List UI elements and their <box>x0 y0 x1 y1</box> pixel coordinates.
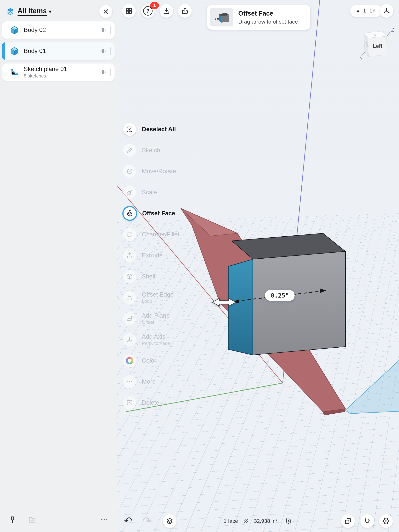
isolate-layers-button[interactable] <box>163 514 176 528</box>
list-item-sketch-plane-01[interactable]: Sketch plane 01 8 sketches <box>2 63 115 81</box>
tool-sublabel: Offset <box>142 320 170 325</box>
color-icon <box>126 357 133 364</box>
tool-label: Move/Rotate <box>142 168 176 175</box>
folder-plus-icon <box>28 516 36 524</box>
tool-more[interactable]: More <box>122 371 180 392</box>
undo-button[interactable]: ↶ <box>124 516 133 526</box>
selection-area: 32.938 in² <box>254 518 277 524</box>
settings-button[interactable]: ⚙ <box>379 514 393 528</box>
sidebar-header: All Items ▾ × <box>0 0 117 21</box>
tool-deselect-all[interactable]: Deselect All <box>122 119 180 140</box>
tool-sublabel: Perp. to Face <box>142 341 170 346</box>
body-cube-icon <box>10 25 19 35</box>
materials-button[interactable] <box>341 514 355 528</box>
offset-face-thumbnail-icon <box>210 8 233 26</box>
more-icon <box>126 378 133 385</box>
tool-label: Sketch <box>142 147 160 154</box>
sidebar-more-button[interactable] <box>99 513 110 526</box>
item-label: Sketch plane 01 <box>24 66 67 72</box>
offset-face-icon <box>126 210 134 217</box>
chevron-down-icon[interactable]: ▾ <box>49 8 51 15</box>
tool-scale[interactable]: Scale <box>122 182 180 203</box>
tool-sublabel: Loop <box>142 298 174 304</box>
tool-shell[interactable]: Shell <box>122 266 180 287</box>
item-divider <box>110 47 111 55</box>
units-label: # 1 in <box>357 8 376 14</box>
visibility-eye-icon[interactable] <box>99 27 107 33</box>
tool-label: Offset Edge <box>142 291 174 298</box>
orientation-button[interactable] <box>380 4 393 18</box>
tool-label: Chamfer/Fillet <box>142 231 180 238</box>
pin-icon <box>8 516 17 524</box>
selection-count: 1 face <box>224 518 238 524</box>
materials-icon <box>344 517 352 525</box>
tool-label: Offset Face <box>142 210 175 217</box>
add-plane-icon <box>126 315 133 322</box>
tool-label: Shell <box>142 273 155 280</box>
tool-label: Scale <box>142 189 157 196</box>
export-icon <box>181 7 189 15</box>
units-button[interactable]: # 1 in <box>350 5 382 17</box>
offset-edge-icon <box>126 294 133 301</box>
sketch-plane-icon <box>10 67 19 77</box>
tool-add-axis[interactable]: Add Axis Perp. to Face <box>122 329 180 350</box>
redo-button[interactable]: ↷ <box>143 516 151 526</box>
tool-label: Delete <box>142 399 159 406</box>
visibility-eye-icon[interactable] <box>99 69 107 75</box>
tool-label: More <box>142 378 156 385</box>
selection-status-bar: 1 face 32.938 in² <box>224 514 292 528</box>
more-dots-icon <box>100 515 109 524</box>
tool-info-thumbnail <box>210 8 233 26</box>
help-button[interactable]: ? 1 <box>141 4 155 18</box>
add-axis-icon <box>126 336 133 343</box>
scale-icon <box>126 189 133 196</box>
help-badge: 1 <box>150 2 159 9</box>
orientation-icon <box>383 7 390 15</box>
apps-grid-icon <box>125 7 133 15</box>
apps-grid-button[interactable] <box>122 4 136 18</box>
orbit-button[interactable] <box>360 514 374 528</box>
visibility-eye-icon[interactable] <box>99 48 107 54</box>
move-rotate-icon <box>126 168 133 175</box>
history-icon[interactable] <box>285 517 292 525</box>
import-button[interactable] <box>160 4 173 18</box>
sidebar-close-button[interactable]: × <box>99 5 112 18</box>
pin-sidebar-button[interactable] <box>7 513 18 526</box>
tool-label: Color <box>142 357 156 364</box>
export-button[interactable] <box>178 4 192 18</box>
list-item-body-02[interactable]: Body 02 <box>2 21 115 38</box>
delete-icon <box>126 399 133 406</box>
tool-color[interactable]: Color <box>122 350 180 371</box>
sidebar-footer <box>0 513 117 527</box>
tool-add-plane[interactable]: Add Plane Offset <box>122 308 180 329</box>
list-item-body-01[interactable]: Body 01 <box>2 43 115 60</box>
shapr3d-app: { "sidebar": { "title": "All Items", "it… <box>0 0 399 532</box>
area-hatch-icon <box>243 518 249 524</box>
tool-label: Add Axis <box>142 333 165 340</box>
tool-label: Deselect All <box>142 126 176 133</box>
tool-chamfer-fillet[interactable]: Chamfer/Fillet <box>122 224 180 245</box>
orbit-icon <box>363 517 371 525</box>
tool-delete[interactable]: Delete <box>122 392 180 413</box>
tool-label: Add Plane <box>142 312 170 319</box>
all-items-layers-icon <box>6 7 15 16</box>
shell-icon <box>126 273 133 280</box>
tool-offset-face[interactable]: Offset Face <box>122 203 180 224</box>
import-icon <box>162 7 170 15</box>
new-folder-button[interactable] <box>27 513 38 526</box>
tool-extrude[interactable]: Extrude <box>122 245 180 266</box>
chamfer-fillet-icon <box>126 231 133 238</box>
tool-move-rotate[interactable]: Move/Rotate <box>122 161 180 182</box>
sidebar-title[interactable]: All Items <box>18 7 47 16</box>
tool-label: Extrude <box>142 252 163 259</box>
tool-menu: Deselect All Sketch Move/Rotate Scale Of… <box>122 119 180 413</box>
tool-info-title: Offset Face <box>238 10 298 17</box>
layers-stack-icon <box>166 517 174 525</box>
item-divider <box>110 68 111 76</box>
tool-sketch[interactable]: Sketch <box>122 140 180 161</box>
tool-info-subtitle: Drag arrow to offset face <box>238 19 298 25</box>
gear-icon: ⚙ <box>382 517 390 525</box>
sketch-icon <box>126 147 133 154</box>
tool-offset-edge[interactable]: Offset Edge Loop <box>122 287 180 308</box>
tool-info-card: Offset Face Drag arrow to offset face <box>207 5 310 30</box>
